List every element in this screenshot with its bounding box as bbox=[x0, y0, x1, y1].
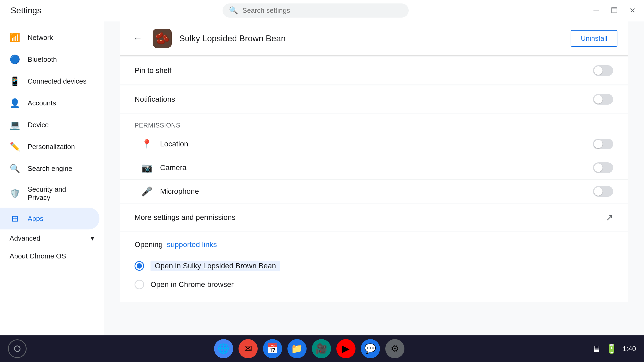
app-title: Settings bbox=[5, 6, 41, 15]
window-controls: ─ ⧠ ✕ bbox=[590, 4, 639, 17]
minimize-button[interactable]: ─ bbox=[590, 4, 603, 17]
sidebar-item-security-privacy[interactable]: 🛡️ Security and Privacy bbox=[0, 179, 99, 208]
taskbar-left bbox=[8, 339, 27, 358]
camera-toggle[interactable] bbox=[593, 162, 613, 173]
location-toggle[interactable] bbox=[593, 139, 613, 149]
opening-section: Opening supported links Open in Sulky Lo… bbox=[120, 232, 628, 302]
sidebar-item-advanced[interactable]: Advanced ▾ bbox=[0, 229, 104, 247]
taskbar-gmail[interactable]: ✉ bbox=[239, 339, 258, 358]
pin-to-shelf-card: Pin to shelf bbox=[120, 57, 628, 84]
sidebar-item-accounts[interactable]: 👤 Accounts bbox=[0, 92, 99, 114]
grid-icon: ⊞ bbox=[10, 213, 20, 224]
permissions-section: Permissions 📍 Location 📷 Camera bbox=[120, 114, 628, 203]
maximize-button[interactable]: ⧠ bbox=[608, 4, 621, 17]
toggle-track bbox=[593, 65, 613, 76]
main-container: 📶 Network 🔵 Bluetooth 📱 Connected device… bbox=[0, 21, 644, 335]
taskbar-calendar[interactable]: 📅 bbox=[263, 339, 282, 358]
search-bar[interactable]: 🔍 bbox=[223, 3, 409, 18]
toggle-track bbox=[593, 139, 613, 149]
sidebar-item-about[interactable]: About Chrome OS bbox=[0, 247, 104, 265]
location-label: Location bbox=[160, 140, 188, 148]
app-header: ← 🫘 Sulky Lopsided Brown Bean Uninstall bbox=[120, 21, 628, 56]
pin-to-shelf-row: Pin to shelf bbox=[120, 57, 628, 84]
notifications-card: Notifications bbox=[120, 85, 628, 113]
sidebar-item-network[interactable]: 📶 Network bbox=[0, 27, 99, 48]
open-in-app-label: Open in Sulky Lopsided Brown Bean bbox=[150, 261, 280, 271]
taskbar-files[interactable]: 📁 bbox=[287, 339, 307, 358]
toggle-thumb bbox=[594, 140, 603, 148]
supported-links-link[interactable]: supported links bbox=[167, 240, 217, 249]
radio-inner-selected bbox=[137, 263, 142, 269]
app-icon-image: 🫘 bbox=[155, 31, 170, 45]
battery-icon[interactable]: 🔋 bbox=[606, 343, 617, 354]
search-icon: 🔍 bbox=[229, 6, 238, 15]
bluetooth-icon: 🔵 bbox=[10, 54, 20, 64]
app-name: Sulky Lopsided Brown Bean bbox=[179, 34, 563, 43]
notifications-toggle[interactable] bbox=[593, 94, 613, 105]
sidebar-item-bluetooth[interactable]: 🔵 Bluetooth bbox=[0, 48, 99, 70]
wifi-icon: 📶 bbox=[10, 32, 20, 43]
opening-label: Opening bbox=[135, 240, 163, 249]
titlebar: Settings 🔍 ─ ⧠ ✕ bbox=[0, 0, 644, 21]
sidebar-item-label: Accounts bbox=[28, 99, 56, 107]
camera-icon: 📷 bbox=[141, 162, 153, 173]
permissions-header: Permissions bbox=[120, 114, 628, 132]
app-icon: 🫘 bbox=[153, 29, 172, 48]
open-in-chrome-option[interactable]: Open in Chrome browser bbox=[135, 275, 613, 294]
sidebar-item-label: Personalization bbox=[28, 143, 75, 151]
search-input[interactable] bbox=[242, 6, 402, 15]
location-permission-row: 📍 Location bbox=[120, 132, 628, 156]
radio-open-in-chrome[interactable] bbox=[135, 280, 144, 289]
microphone-permission-left: 🎤 Microphone bbox=[141, 186, 199, 197]
microphone-label: Microphone bbox=[160, 187, 199, 196]
tablet-icon: 📱 bbox=[10, 76, 20, 86]
location-icon: 📍 bbox=[141, 139, 153, 149]
sidebar-item-search-engine[interactable]: 🔍 Search engine bbox=[0, 158, 99, 179]
opening-title: Opening supported links bbox=[135, 240, 613, 249]
launcher-button[interactable] bbox=[8, 339, 27, 358]
taskbar-messages[interactable]: 💬 bbox=[361, 339, 380, 358]
back-button[interactable]: ← bbox=[130, 31, 145, 46]
sidebar-item-label: Network bbox=[28, 34, 53, 42]
toggle-track bbox=[593, 186, 613, 197]
advanced-label: Advanced bbox=[10, 234, 40, 242]
microphone-permission-row: 🎤 Microphone bbox=[120, 180, 628, 203]
sidebar: 📶 Network 🔵 Bluetooth 📱 Connected device… bbox=[0, 21, 104, 335]
radio-open-in-app[interactable] bbox=[135, 261, 144, 271]
toggle-track bbox=[593, 94, 613, 105]
person-icon: 👤 bbox=[10, 98, 20, 108]
camera-permission-row: 📷 Camera bbox=[120, 156, 628, 180]
sidebar-item-connected-devices[interactable]: 📱 Connected devices bbox=[0, 70, 99, 92]
microphone-toggle[interactable] bbox=[593, 186, 613, 197]
taskbar-meet[interactable]: 🎥 bbox=[312, 339, 331, 358]
content-area: ← 🫘 Sulky Lopsided Brown Bean Uninstall … bbox=[104, 21, 644, 335]
notifications-row: Notifications bbox=[120, 85, 628, 113]
clock: 1:40 bbox=[622, 345, 636, 353]
sidebar-item-label: Security and Privacy bbox=[28, 185, 90, 202]
more-settings-row[interactable]: More settings and permissions ↗ bbox=[120, 204, 628, 231]
pin-to-shelf-toggle[interactable] bbox=[593, 65, 613, 76]
open-in-app-option[interactable]: Open in Sulky Lopsided Brown Bean bbox=[135, 256, 613, 275]
launcher-icon bbox=[14, 345, 20, 352]
pin-to-shelf-label: Pin to shelf bbox=[135, 66, 172, 75]
taskbar-apps: 🌐 ✉ 📅 📁 🎥 ▶ 💬 ⚙ bbox=[214, 339, 404, 358]
chevron-down-icon: ▾ bbox=[91, 234, 94, 242]
toggle-track bbox=[593, 162, 613, 173]
sidebar-item-device[interactable]: 💻 Device bbox=[0, 114, 99, 136]
camera-permission-left: 📷 Camera bbox=[141, 162, 187, 173]
taskbar: 🌐 ✉ 📅 📁 🎥 ▶ 💬 ⚙ 🖥 🔋 1:40 bbox=[0, 335, 644, 362]
taskbar-youtube[interactable]: ▶ bbox=[336, 339, 356, 358]
sidebar-item-label: Connected devices bbox=[28, 77, 86, 85]
taskbar-chrome[interactable]: 🌐 bbox=[214, 339, 233, 358]
taskbar-right: 🖥 🔋 1:40 bbox=[592, 343, 636, 354]
about-label: About Chrome OS bbox=[10, 252, 66, 260]
close-button[interactable]: ✕ bbox=[626, 4, 639, 17]
taskbar-settings[interactable]: ⚙ bbox=[385, 339, 404, 358]
uninstall-button[interactable]: Uninstall bbox=[571, 30, 617, 47]
toggle-thumb bbox=[594, 187, 603, 196]
sidebar-item-personalization[interactable]: ✏️ Personalization bbox=[0, 136, 99, 158]
sidebar-item-apps[interactable]: ⊞ Apps bbox=[0, 208, 99, 229]
search-engine-icon: 🔍 bbox=[10, 163, 20, 174]
toggle-thumb bbox=[594, 163, 603, 172]
display-icon[interactable]: 🖥 bbox=[592, 344, 601, 354]
